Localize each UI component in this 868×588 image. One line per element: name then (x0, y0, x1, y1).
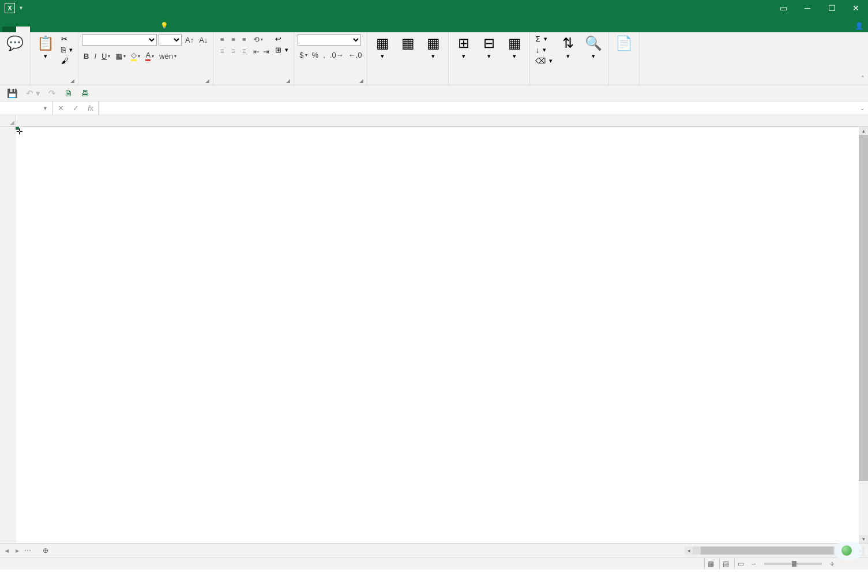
fill-color-button[interactable]: ◇▾ (129, 50, 142, 62)
increase-decimal-button[interactable]: .0→ (328, 50, 345, 61)
qat-new-button[interactable]: 🗎 (64, 88, 73, 98)
tab-home[interactable] (16, 27, 30, 32)
qat-print-button[interactable]: 🖶 (81, 88, 89, 98)
increase-indent-button[interactable]: ⇥ (261, 46, 271, 57)
zoom-in-button[interactable]: + (828, 559, 837, 568)
align-top-button[interactable]: ≡ (217, 34, 227, 44)
add-sheet-button[interactable]: ⊕ (37, 545, 54, 556)
wrap-text-button[interactable]: ↩ (273, 34, 290, 44)
invoice-check-button[interactable]: 📄 (613, 34, 636, 54)
insert-function-button[interactable]: fx (83, 104, 98, 112)
sheet-nav-prev[interactable]: ◂ (2, 545, 12, 556)
border-button[interactable]: ▦▾ (114, 51, 127, 62)
format-cells-button[interactable]: ▦ ▾ (503, 34, 526, 61)
tellme-search[interactable]: 💡 (155, 19, 176, 32)
tab-file[interactable] (2, 27, 16, 32)
clear-button[interactable]: ⌫ ▾ (533, 56, 554, 66)
page-layout-view-button[interactable]: ▤ (719, 559, 732, 569)
number-expand-icon[interactable]: ◢ (359, 78, 363, 84)
percent-button[interactable]: % (310, 50, 321, 61)
insert-cells-button[interactable]: ⊞ ▾ (452, 34, 475, 61)
collapse-ribbon-icon[interactable]: ˄ (861, 75, 865, 82)
align-expand-icon[interactable]: ◢ (286, 78, 290, 84)
select-all-corner[interactable] (0, 115, 16, 126)
tab-developer[interactable] (127, 27, 141, 32)
cell-styles-button[interactable]: ▦ ▾ (422, 34, 445, 61)
align-bottom-button[interactable]: ≡ (239, 34, 249, 44)
vertical-scrollbar[interactable]: ▴ ▾ (859, 127, 868, 543)
currency-button[interactable]: $▾ (298, 50, 309, 61)
page-break-view-button[interactable]: ▭ (734, 559, 747, 569)
clipboard-expand-icon[interactable]: ◢ (70, 78, 74, 84)
close-button[interactable]: ✕ (844, 0, 868, 16)
bold-button[interactable]: B (82, 51, 91, 62)
find-select-button[interactable]: 🔍 ▾ (582, 34, 605, 61)
decrease-decimal-button[interactable]: ←.0 (347, 50, 364, 61)
zoom-out-button[interactable]: − (749, 559, 758, 568)
fill-button[interactable]: ↓ ▾ (533, 45, 554, 55)
fill-handle[interactable] (16, 127, 19, 130)
minimize-button[interactable]: ─ (795, 0, 820, 16)
sheet-nav-next[interactable]: ▸ (13, 545, 22, 556)
cancel-formula-button[interactable]: ✕ (53, 104, 68, 112)
hscroll-left-button[interactable]: ◂ (685, 546, 693, 555)
number-format-select[interactable] (298, 34, 361, 46)
font-color-button[interactable]: A▾ (144, 50, 156, 62)
tab-view[interactable] (113, 27, 127, 32)
save-button[interactable]: 💾 (7, 88, 18, 99)
copy-button[interactable]: ⎘ ▾ (59, 45, 74, 55)
scroll-up-button[interactable]: ▴ (859, 127, 868, 135)
vscroll-thumb[interactable] (859, 135, 868, 481)
name-box[interactable]: ▼ (0, 101, 53, 115)
delete-cells-button[interactable]: ⊟ ▾ (478, 34, 501, 61)
name-box-input[interactable] (2, 104, 43, 112)
enter-formula-button[interactable]: ✓ (68, 104, 83, 112)
sort-filter-button[interactable]: ⇅ ▾ (557, 34, 580, 61)
autosum-button[interactable]: Σ ▾ (533, 34, 554, 44)
undo-button[interactable]: ↶ ▾ (26, 88, 40, 99)
expand-formula-bar-button[interactable]: ⌄ (856, 101, 868, 115)
tab-formulas[interactable] (72, 27, 85, 32)
tab-insert[interactable] (44, 27, 58, 32)
align-middle-button[interactable]: ≡ (228, 34, 238, 44)
comma-button[interactable]: , (321, 50, 327, 61)
horizontal-scrollbar[interactable] (693, 546, 854, 555)
tab-pdf[interactable] (141, 27, 155, 32)
font-expand-icon[interactable]: ◢ (205, 78, 209, 84)
redo-button[interactable]: ↷ (48, 88, 56, 99)
sheet-nav-last[interactable]: ⋯ (23, 545, 32, 556)
maximize-button[interactable]: ☐ (820, 0, 844, 16)
send-to-wechat-button[interactable]: 💬 (3, 34, 27, 54)
scroll-down-button[interactable]: ▾ (859, 535, 868, 543)
tab-layout[interactable] (58, 27, 72, 32)
hscroll-thumb[interactable] (701, 546, 833, 555)
conditional-format-button[interactable]: ▦ ▾ (371, 34, 394, 61)
qat-dropdown-icon[interactable]: ▼ (18, 5, 24, 11)
format-painter-button[interactable]: 🖌 (59, 56, 74, 66)
decrease-indent-button[interactable]: ⇤ (251, 46, 261, 57)
normal-view-button[interactable]: ▦ (704, 559, 717, 569)
zoom-slider[interactable] (764, 563, 822, 565)
hscroll-right-button[interactable]: ▸ (856, 546, 865, 555)
align-center-button[interactable]: ≡ (228, 46, 238, 56)
table-format-button[interactable]: ▦ (396, 34, 419, 54)
tab-templates[interactable] (30, 27, 44, 32)
align-left-button[interactable]: ≡ (217, 46, 227, 56)
align-right-button[interactable]: ≡ (239, 46, 249, 56)
ribbon-display-icon[interactable]: ▭ (771, 0, 795, 16)
phonetic-button[interactable]: wén▾ (157, 51, 178, 62)
paste-button[interactable]: 📋 ▾ (34, 34, 57, 61)
decrease-font-button[interactable]: A↓ (197, 35, 209, 46)
increase-font-button[interactable]: A↑ (183, 35, 196, 46)
tab-review[interactable] (99, 27, 113, 32)
orientation-button[interactable]: ⟲▾ (251, 34, 271, 45)
font-name-select[interactable] (82, 34, 157, 46)
namebox-dropdown-icon[interactable]: ▼ (43, 105, 48, 111)
formula-input[interactable] (102, 104, 853, 112)
merge-center-button[interactable]: ⊞ ▾ (273, 45, 290, 55)
font-size-select[interactable] (159, 34, 182, 46)
italic-button[interactable]: I (92, 51, 98, 62)
underline-button[interactable]: U▾ (100, 51, 112, 62)
share-button[interactable]: 👤 (855, 22, 863, 30)
zoom-thumb[interactable] (792, 561, 796, 567)
